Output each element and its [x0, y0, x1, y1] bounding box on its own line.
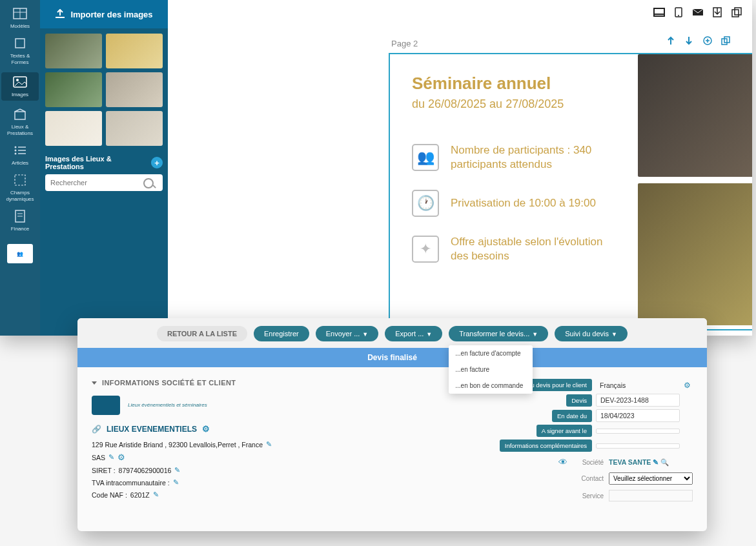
add-image-button[interactable]: + [151, 157, 163, 168]
link-icon: 🔗 [92, 425, 101, 434]
svg-rect-24 [732, 10, 739, 17]
download-icon[interactable] [711, 6, 724, 18]
svg-rect-18 [654, 8, 664, 16]
thumbnail[interactable] [45, 111, 102, 146]
transformer-button[interactable]: Transformer le devis...▼ [449, 326, 548, 341]
canvas-actions [653, 6, 743, 18]
kv-date: En date du 18/04/2023 [499, 409, 693, 422]
company-siret: SIRET : 87974062900016 ✎ [92, 466, 486, 474]
tablet-icon[interactable] [672, 6, 685, 18]
thumbnail[interactable] [106, 111, 163, 146]
pencil-icon[interactable]: ✎ [153, 490, 159, 499]
svg-rect-3 [15, 39, 25, 48]
retour-button[interactable]: RETOUR A LA LISTE [157, 326, 247, 341]
eye-icon[interactable]: 👁 [558, 457, 567, 467]
devis-body: INFORMATIONS SOCIÉTÉ ET CLIENT Lieux évé… [77, 367, 707, 514]
import-images-button[interactable]: Importer des images [40, 0, 168, 28]
layout-icon[interactable] [653, 6, 666, 18]
duplicate-icon[interactable] [721, 36, 731, 46]
svg-rect-13 [15, 175, 25, 185]
pencil-icon[interactable]: ✎ [108, 453, 114, 461]
side-panel: Importer des images Images des Lieux & P… [40, 0, 168, 336]
leaf-icon: ✦ [412, 236, 439, 263]
move-up-icon[interactable] [667, 36, 677, 46]
chevron-down-icon [92, 381, 97, 385]
company-forme: SAS ✎ ⚙ [92, 452, 486, 462]
export-button[interactable]: Export ...▼ [385, 326, 442, 341]
devis-toolbar: RETOUR A LA LISTE Enregistrer Envoyer ..… [77, 318, 707, 348]
svg-point-9 [15, 150, 17, 152]
page-content[interactable]: Séminaire annuel du 26/08/2025 au 27/08/… [389, 53, 752, 330]
canvas: Page 2 Séminaire annuel du 26/08/2025 au… [168, 0, 752, 336]
svg-point-5 [16, 79, 19, 81]
signer-field[interactable] [596, 429, 680, 434]
move-down-icon[interactable] [685, 36, 695, 46]
envelope-icon[interactable] [691, 6, 704, 18]
contact-select[interactable]: Veuillez sélectionner [609, 472, 693, 485]
gear-icon[interactable]: ⚙ [202, 424, 210, 434]
image-icon [12, 75, 28, 89]
chevron-down-icon: ▼ [426, 331, 432, 338]
company-logo [92, 396, 120, 415]
kv-societe: 👁 Société TEVA SANTE ✎ 🔍 [499, 457, 693, 467]
rail-articles[interactable]: Articles [1, 143, 39, 167]
company-address: 129 Rue Aristide Briand , 92300 Levalloi… [92, 440, 486, 449]
dropdown-item-facture[interactable]: ...en facture [449, 361, 533, 378]
right-col: Langue du devis pour le client Français … [499, 379, 693, 503]
devis-number-field[interactable]: DEV-2023-1488 [596, 394, 680, 407]
kv-service: Service [499, 490, 693, 501]
thumbnail[interactable] [106, 34, 163, 68]
dropdown-item-commande[interactable]: ...en bon de commande [449, 378, 533, 394]
page-image[interactable] [638, 54, 752, 177]
kv-info: Informations complémentaires [499, 440, 693, 452]
brand-logo: 👥 [7, 244, 33, 263]
pencil-icon[interactable]: ✎ [653, 458, 659, 466]
thumbnail[interactable] [106, 72, 163, 107]
gear-icon[interactable]: ⚙ [684, 381, 693, 390]
rail-finance[interactable]: Finance [1, 209, 39, 232]
gear-icon[interactable]: ⚙ [117, 452, 125, 462]
rail-images[interactable]: Images [1, 72, 39, 101]
people-icon: 👥 [412, 144, 439, 171]
rail-lieux[interactable]: Lieux & Prestations [1, 107, 39, 137]
search-icon[interactable]: 🔍 [660, 458, 669, 466]
crop-icon [12, 36, 28, 50]
enregistrer-button[interactable]: Enregistrer [254, 326, 309, 341]
editor-window: Modèles Textes & Formes Images Lieux & P… [0, 0, 752, 336]
envoyer-button[interactable]: Envoyer ...▼ [316, 326, 379, 341]
devis-window: RETOUR A LA LISTE Enregistrer Envoyer ..… [77, 318, 707, 531]
thumbnail[interactable] [45, 72, 102, 107]
rail-modeles[interactable]: Modèles [1, 6, 39, 30]
pencil-icon[interactable]: ✎ [266, 440, 272, 449]
page-image[interactable] [638, 183, 752, 325]
rail-textes[interactable]: Textes & Formes [1, 36, 39, 66]
grid-icon [12, 6, 28, 21]
status-banner: Devis finalisé [77, 348, 707, 367]
pencil-icon[interactable]: ✎ [174, 466, 180, 474]
document-icon [12, 209, 28, 223]
svg-rect-6 [15, 112, 25, 119]
company-name-row: 🔗 LIEUX EVENEMENTIELS ⚙ [92, 424, 486, 434]
dropdown-item-acompte[interactable]: ...en facture d'acompte [449, 345, 533, 361]
rail-champs[interactable]: Champs dynamiques [1, 173, 39, 203]
date-field[interactable]: 18/04/2023 [596, 409, 680, 422]
section-lieux-images: Images des Lieux & Prestations + [40, 151, 168, 174]
section-header[interactable]: INFORMATIONS SOCIÉTÉ ET CLIENT [92, 379, 486, 387]
svg-point-21 [678, 15, 679, 16]
selection-icon [12, 173, 28, 187]
suivi-button[interactable]: Suivi du devis▼ [555, 326, 628, 341]
left-col: INFORMATIONS SOCIÉTÉ ET CLIENT Lieux évé… [92, 379, 486, 503]
company-logo-row: Lieux événementiels et séminaires [92, 396, 486, 415]
copy-icon[interactable] [730, 6, 743, 18]
image-thumbnails [40, 28, 168, 151]
kv-devis: Devis DEV-2023-1488 [499, 394, 693, 407]
info-field[interactable] [596, 443, 680, 449]
pencil-icon[interactable]: ✎ [173, 478, 179, 487]
transformer-wrap: Transformer le devis...▼ ...en facture d… [449, 326, 548, 341]
list-icon [12, 143, 28, 157]
thumbnail[interactable] [45, 34, 102, 68]
company-tva: TVA intracommunautaire : ✎ [92, 478, 486, 487]
add-page-icon[interactable] [703, 36, 713, 46]
service-field[interactable] [609, 490, 693, 501]
company-naf: Code NAF : 6201Z ✎ [92, 490, 486, 499]
